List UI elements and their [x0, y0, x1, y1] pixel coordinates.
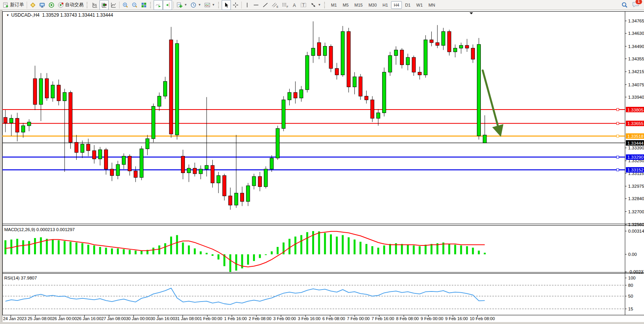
svg-text:A: A	[293, 2, 296, 8]
fibonacci-button[interactable]: F	[280, 0, 290, 10]
vertical-line-icon	[244, 2, 250, 8]
notification-button[interactable]: 1	[632, 1, 640, 9]
chart-canvas[interactable]: 1.347651.346301.344901.343551.342151.340…	[2, 10, 644, 322]
templates-icon	[204, 2, 210, 8]
candlestick	[335, 69, 338, 75]
candlestick	[359, 77, 362, 96]
tile-windows-button[interactable]	[139, 0, 149, 10]
hline-handle[interactable]	[617, 169, 619, 171]
candlestick	[152, 106, 155, 139]
toolbar-grip	[150, 2, 152, 8]
zoom-out-button[interactable]	[130, 0, 139, 10]
candlestick	[371, 100, 374, 118]
macd-tick-label: -0.002376	[628, 269, 644, 274]
timeframe-H1[interactable]: H1	[380, 1, 391, 9]
candlestick	[69, 93, 72, 142]
timeframe-M30[interactable]: M30	[366, 1, 379, 9]
indicators-button[interactable]: ▼	[175, 0, 189, 10]
rsi-tick-label: 80	[628, 283, 633, 288]
text-label-icon: T	[300, 2, 307, 8]
candlestick	[75, 142, 78, 153]
chart-title-text: USDCAD-,H4 1.33529 1.33743 1.33441 1.334…	[11, 12, 113, 18]
vertical-line-button[interactable]	[243, 0, 251, 10]
main-toolbar: 新订单 自动交易	[0, 0, 644, 10]
line-chart-button[interactable]	[109, 0, 118, 10]
templates-button[interactable]: ▼	[203, 0, 217, 10]
annotation-arrow[interactable]	[483, 70, 499, 131]
search-icon[interactable]	[621, 2, 628, 9]
svg-text:F: F	[287, 5, 288, 8]
cursor-button[interactable]	[222, 0, 231, 10]
toolbar-right: 1	[621, 1, 643, 9]
new-order-button[interactable]: 新订单	[1, 0, 26, 10]
arrows-button[interactable]: ▼	[309, 0, 323, 10]
candlestick	[27, 122, 31, 126]
candlestick	[104, 150, 108, 169]
timeframe-MN[interactable]: MN	[426, 1, 438, 9]
candlestick	[57, 85, 60, 101]
bar-chart-button[interactable]	[90, 0, 99, 10]
new-order-icon	[3, 2, 9, 8]
dropdown-caret: ▼	[212, 3, 215, 7]
candlestick	[146, 139, 149, 149]
timeframe-M15[interactable]: M15	[352, 1, 365, 9]
svg-text:E: E	[277, 5, 278, 8]
candlestick	[323, 46, 327, 56]
price-tick-label: 1.34490	[628, 44, 644, 49]
green-signal-button[interactable]	[47, 0, 56, 10]
channel-icon: E	[272, 2, 278, 8]
hline-handle[interactable]	[617, 156, 619, 158]
autotrade-button[interactable]: 自动交易	[56, 0, 85, 10]
dropdown-caret: ▼	[198, 3, 201, 7]
candlestick	[140, 149, 143, 177]
timeframe-M1[interactable]: M1	[328, 1, 340, 9]
candlestick	[134, 171, 137, 178]
time-label: 30 Jan 00:00	[126, 316, 151, 321]
chart-window[interactable]: 1.347651.346301.344901.343551.342151.340…	[2, 10, 644, 322]
candlestick-button[interactable]	[99, 0, 109, 10]
periods-button[interactable]: ▼	[189, 0, 203, 10]
candlestick	[282, 100, 285, 129]
hline-price-badge-label: 1.33444	[627, 141, 644, 146]
timeframe-D1[interactable]: D1	[402, 1, 413, 9]
candlestick	[175, 43, 179, 135]
zoom-in-button[interactable]	[121, 0, 130, 10]
gold-diamond-button[interactable]	[28, 0, 38, 10]
time-label: 8 Feb 08:00	[396, 316, 419, 321]
crosshair-icon	[232, 2, 239, 8]
candlestick	[288, 93, 291, 100]
hline-handle[interactable]	[617, 135, 619, 137]
price-tick-label: 1.33390	[628, 146, 644, 150]
timeframe-M5[interactable]: M5	[340, 1, 351, 9]
candlestick-icon	[101, 2, 107, 8]
candlestick	[276, 129, 279, 158]
rsi-indicator-label: RSI(14) 37.9807	[4, 276, 37, 280]
hline-handle[interactable]	[617, 122, 619, 125]
chart-shift-button[interactable]	[163, 0, 172, 10]
hline-handle[interactable]	[617, 108, 619, 111]
dropdown-caret: ▼	[184, 3, 187, 7]
candlestick	[205, 165, 208, 169]
candlestick	[234, 193, 238, 205]
time-label: 30 Jan 16:00	[150, 316, 175, 321]
horizontal-line-button[interactable]	[251, 0, 261, 10]
timeframe-H4[interactable]: H4	[391, 1, 402, 9]
candlestick	[383, 72, 386, 113]
hline-price-badge-label: 1.33655	[627, 121, 644, 126]
candlestick	[471, 48, 475, 59]
chart-title-collapse-icon[interactable]: ▼	[6, 14, 9, 17]
auto-scroll-button[interactable]	[154, 0, 163, 10]
candlestick	[187, 168, 191, 173]
rsi-line	[5, 288, 485, 304]
chart-shift-icon	[164, 2, 171, 8]
time-label: 24 Jan 2023	[3, 316, 27, 321]
candlestick	[128, 156, 132, 171]
text-label-button[interactable]: T	[299, 0, 309, 10]
text-button[interactable]: A	[290, 0, 299, 10]
trendline-button[interactable]	[261, 0, 270, 10]
blue-monitor-button[interactable]	[38, 0, 47, 10]
crosshair-button[interactable]	[231, 0, 240, 10]
timeframe-W1[interactable]: W1	[413, 1, 425, 9]
channel-button[interactable]: E	[270, 0, 280, 10]
one-click-arrow-icon[interactable]	[470, 12, 473, 14]
